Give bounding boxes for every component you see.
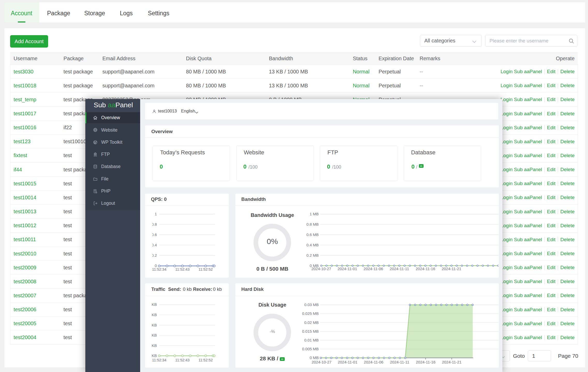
svg-text:0.01 MB: 0.01 MB [304, 338, 319, 342]
svg-text:11:52:34: 11:52:34 [152, 267, 166, 271]
svg-text:KB: KB [152, 302, 157, 307]
svg-text:2024-11-16: 2024-11-16 [416, 360, 436, 364]
svg-text:1: 1 [155, 212, 157, 216]
svg-text:KB: KB [152, 333, 157, 338]
svg-text:2024-11-16: 2024-11-16 [416, 266, 435, 271]
svg-text:KB: KB [152, 323, 157, 327]
svg-text:11:52:34: 11:52:34 [152, 358, 166, 362]
svg-text:2024-10-27: 2024-10-27 [312, 360, 331, 364]
svg-text:2024-11-21: 2024-11-21 [442, 360, 462, 364]
svg-text:0.02 MB: 0.02 MB [304, 320, 319, 325]
svg-text:11:52:52: 11:52:52 [198, 358, 213, 362]
svg-text:11:52:43: 11:52:43 [175, 267, 190, 271]
svg-text:2024-11-11: 2024-11-11 [390, 360, 410, 364]
svg-text:0.025 MB: 0.025 MB [302, 312, 319, 316]
svg-text:0.6 MB: 0.6 MB [306, 232, 319, 237]
svg-text:0.4 MB: 0.4 MB [306, 243, 319, 247]
svg-text:2024-10-27: 2024-10-27 [311, 266, 331, 271]
svg-text:2024-11-06: 2024-11-06 [364, 266, 383, 271]
svg-text:2024-11-06: 2024-11-06 [364, 360, 383, 364]
svg-text:0.8 MB: 0.8 MB [306, 222, 319, 226]
svg-text:0.005 MB: 0.005 MB [302, 347, 319, 351]
svg-text:0.03 MB: 0.03 MB [304, 303, 319, 307]
svg-text:KB: KB [152, 354, 157, 358]
svg-text:0.2 MB: 0.2 MB [306, 253, 319, 257]
svg-text:0.015 MB: 0.015 MB [302, 329, 319, 333]
svg-text:KB: KB [152, 313, 157, 317]
svg-text:2024-11-01: 2024-11-01 [338, 360, 358, 364]
svg-text:2024-11-21: 2024-11-21 [442, 266, 461, 271]
svg-text:2024-11-01: 2024-11-01 [338, 266, 357, 271]
svg-text:KB: KB [152, 343, 157, 348]
svg-text:2024-11-11: 2024-11-11 [390, 266, 409, 271]
svg-text:1 MB: 1 MB [310, 212, 319, 216]
svg-text:11:52:52: 11:52:52 [198, 267, 213, 271]
svg-text:11:52:43: 11:52:43 [175, 358, 190, 362]
svg-text:0 MB: 0 MB [310, 356, 319, 360]
